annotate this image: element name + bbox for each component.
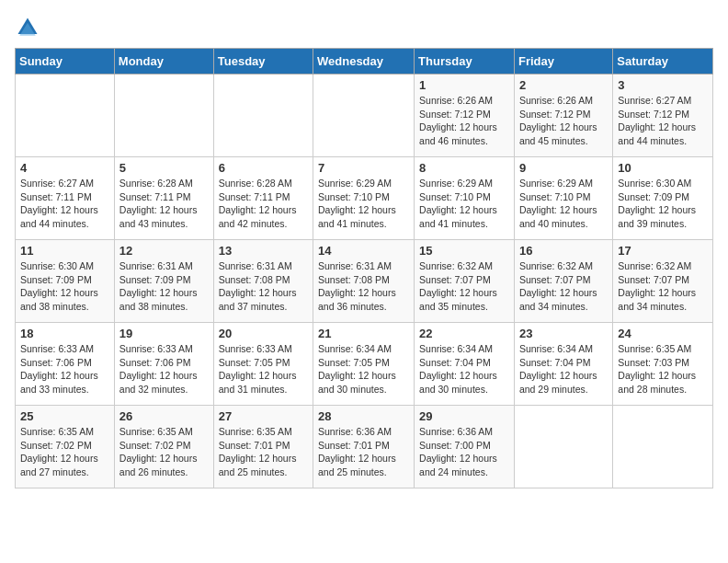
day-info: Sunrise: 6:35 AM Sunset: 7:02 PM Dayligh… bbox=[119, 425, 209, 479]
calendar-day-cell: 4Sunrise: 6:27 AM Sunset: 7:11 PM Daylig… bbox=[16, 157, 115, 240]
calendar-day-cell bbox=[313, 75, 415, 157]
day-info: Sunrise: 6:35 AM Sunset: 7:01 PM Dayligh… bbox=[219, 425, 308, 479]
calendar-table: SundayMondayTuesdayWednesdayThursdayFrid… bbox=[15, 48, 713, 488]
day-number: 26 bbox=[119, 409, 209, 423]
calendar-day-cell: 15Sunrise: 6:32 AM Sunset: 7:07 PM Dayli… bbox=[415, 240, 515, 323]
day-info: Sunrise: 6:31 AM Sunset: 7:09 PM Dayligh… bbox=[119, 259, 209, 314]
day-number: 16 bbox=[519, 244, 608, 258]
day-info: Sunrise: 6:26 AM Sunset: 7:12 PM Dayligh… bbox=[419, 94, 509, 148]
day-number: 9 bbox=[519, 161, 608, 175]
day-info: Sunrise: 6:29 AM Sunset: 7:10 PM Dayligh… bbox=[318, 177, 409, 231]
day-number: 22 bbox=[419, 327, 509, 340]
day-number: 6 bbox=[219, 161, 308, 175]
calendar-day-cell bbox=[514, 406, 612, 488]
day-of-week-header: Thursday bbox=[415, 49, 515, 75]
day-of-week-header: Saturday bbox=[613, 49, 713, 75]
calendar-day-cell: 14Sunrise: 6:31 AM Sunset: 7:08 PM Dayli… bbox=[313, 240, 415, 323]
calendar-week-row: 11Sunrise: 6:30 AM Sunset: 7:09 PM Dayli… bbox=[16, 240, 713, 323]
logo-icon bbox=[15, 15, 40, 40]
calendar-day-cell bbox=[16, 75, 115, 157]
day-info: Sunrise: 6:36 AM Sunset: 7:01 PM Dayligh… bbox=[318, 425, 409, 479]
day-number: 19 bbox=[119, 327, 209, 340]
day-info: Sunrise: 6:34 AM Sunset: 7:04 PM Dayligh… bbox=[419, 342, 509, 396]
calendar-day-cell: 13Sunrise: 6:31 AM Sunset: 7:08 PM Dayli… bbox=[213, 240, 313, 323]
calendar-day-cell: 18Sunrise: 6:33 AM Sunset: 7:06 PM Dayli… bbox=[16, 323, 115, 406]
calendar-day-cell: 17Sunrise: 6:32 AM Sunset: 7:07 PM Dayli… bbox=[613, 240, 713, 323]
day-number: 29 bbox=[419, 409, 509, 423]
calendar-day-cell: 20Sunrise: 6:33 AM Sunset: 7:05 PM Dayli… bbox=[213, 323, 313, 406]
calendar-week-row: 18Sunrise: 6:33 AM Sunset: 7:06 PM Dayli… bbox=[16, 323, 713, 406]
day-of-week-header: Wednesday bbox=[313, 49, 415, 75]
day-info: Sunrise: 6:31 AM Sunset: 7:08 PM Dayligh… bbox=[318, 259, 409, 314]
calendar-day-cell bbox=[213, 75, 313, 157]
day-of-week-header: Tuesday bbox=[213, 49, 313, 75]
day-number: 7 bbox=[318, 161, 409, 175]
calendar-day-cell: 2Sunrise: 6:26 AM Sunset: 7:12 PM Daylig… bbox=[514, 75, 612, 157]
day-info: Sunrise: 6:27 AM Sunset: 7:11 PM Dayligh… bbox=[20, 177, 109, 231]
calendar-day-cell: 23Sunrise: 6:34 AM Sunset: 7:04 PM Dayli… bbox=[514, 323, 612, 406]
day-number: 10 bbox=[618, 161, 708, 175]
day-info: Sunrise: 6:35 AM Sunset: 7:03 PM Dayligh… bbox=[618, 342, 708, 396]
day-number: 17 bbox=[618, 244, 708, 258]
calendar-day-cell: 5Sunrise: 6:28 AM Sunset: 7:11 PM Daylig… bbox=[114, 157, 213, 240]
day-info: Sunrise: 6:35 AM Sunset: 7:02 PM Dayligh… bbox=[20, 425, 109, 479]
calendar-day-cell: 7Sunrise: 6:29 AM Sunset: 7:10 PM Daylig… bbox=[313, 157, 415, 240]
day-number: 15 bbox=[419, 244, 509, 258]
calendar-day-cell: 25Sunrise: 6:35 AM Sunset: 7:02 PM Dayli… bbox=[16, 406, 115, 488]
day-number: 25 bbox=[20, 409, 109, 423]
day-info: Sunrise: 6:33 AM Sunset: 7:06 PM Dayligh… bbox=[20, 342, 109, 396]
calendar-day-cell: 29Sunrise: 6:36 AM Sunset: 7:00 PM Dayli… bbox=[415, 406, 515, 488]
day-number: 20 bbox=[219, 327, 308, 340]
calendar-day-cell: 10Sunrise: 6:30 AM Sunset: 7:09 PM Dayli… bbox=[613, 157, 713, 240]
day-number: 14 bbox=[318, 244, 409, 258]
calendar-day-cell: 9Sunrise: 6:29 AM Sunset: 7:10 PM Daylig… bbox=[514, 157, 612, 240]
calendar-day-cell: 12Sunrise: 6:31 AM Sunset: 7:09 PM Dayli… bbox=[114, 240, 213, 323]
calendar-day-cell: 6Sunrise: 6:28 AM Sunset: 7:11 PM Daylig… bbox=[213, 157, 313, 240]
calendar-day-cell: 26Sunrise: 6:35 AM Sunset: 7:02 PM Dayli… bbox=[114, 406, 213, 488]
calendar-week-row: 1Sunrise: 6:26 AM Sunset: 7:12 PM Daylig… bbox=[16, 75, 713, 157]
day-number: 24 bbox=[618, 327, 708, 340]
day-of-week-header: Friday bbox=[514, 49, 612, 75]
day-info: Sunrise: 6:30 AM Sunset: 7:09 PM Dayligh… bbox=[20, 259, 109, 314]
day-number: 4 bbox=[20, 161, 109, 175]
day-info: Sunrise: 6:34 AM Sunset: 7:04 PM Dayligh… bbox=[519, 342, 608, 396]
day-info: Sunrise: 6:36 AM Sunset: 7:00 PM Dayligh… bbox=[419, 425, 509, 479]
day-info: Sunrise: 6:33 AM Sunset: 7:05 PM Dayligh… bbox=[219, 342, 308, 396]
day-number: 12 bbox=[119, 244, 209, 258]
day-info: Sunrise: 6:31 AM Sunset: 7:08 PM Dayligh… bbox=[219, 259, 308, 314]
day-number: 8 bbox=[419, 161, 509, 175]
day-info: Sunrise: 6:32 AM Sunset: 7:07 PM Dayligh… bbox=[618, 259, 708, 314]
calendar-day-cell: 21Sunrise: 6:34 AM Sunset: 7:05 PM Dayli… bbox=[313, 323, 415, 406]
day-info: Sunrise: 6:33 AM Sunset: 7:06 PM Dayligh… bbox=[119, 342, 209, 396]
day-number: 18 bbox=[20, 327, 109, 340]
calendar-day-cell: 19Sunrise: 6:33 AM Sunset: 7:06 PM Dayli… bbox=[114, 323, 213, 406]
day-of-week-header: Sunday bbox=[16, 49, 115, 75]
day-info: Sunrise: 6:29 AM Sunset: 7:10 PM Dayligh… bbox=[519, 177, 608, 231]
day-number: 21 bbox=[318, 327, 409, 340]
day-number: 1 bbox=[419, 78, 509, 92]
day-number: 11 bbox=[20, 244, 109, 258]
calendar-day-cell bbox=[114, 75, 213, 157]
calendar-day-cell: 11Sunrise: 6:30 AM Sunset: 7:09 PM Dayli… bbox=[16, 240, 115, 323]
day-number: 13 bbox=[219, 244, 308, 258]
day-number: 3 bbox=[618, 78, 708, 92]
calendar-header-row: SundayMondayTuesdayWednesdayThursdayFrid… bbox=[16, 49, 713, 75]
day-info: Sunrise: 6:28 AM Sunset: 7:11 PM Dayligh… bbox=[119, 177, 209, 231]
day-info: Sunrise: 6:27 AM Sunset: 7:12 PM Dayligh… bbox=[618, 94, 708, 148]
day-info: Sunrise: 6:26 AM Sunset: 7:12 PM Dayligh… bbox=[519, 94, 608, 148]
calendar-day-cell: 3Sunrise: 6:27 AM Sunset: 7:12 PM Daylig… bbox=[613, 75, 713, 157]
calendar-week-row: 4Sunrise: 6:27 AM Sunset: 7:11 PM Daylig… bbox=[16, 157, 713, 240]
logo bbox=[15, 15, 44, 40]
day-info: Sunrise: 6:32 AM Sunset: 7:07 PM Dayligh… bbox=[519, 259, 608, 314]
calendar-day-cell: 28Sunrise: 6:36 AM Sunset: 7:01 PM Dayli… bbox=[313, 406, 415, 488]
day-number: 28 bbox=[318, 409, 409, 423]
calendar-day-cell: 8Sunrise: 6:29 AM Sunset: 7:10 PM Daylig… bbox=[415, 157, 515, 240]
calendar-day-cell: 27Sunrise: 6:35 AM Sunset: 7:01 PM Dayli… bbox=[213, 406, 313, 488]
day-info: Sunrise: 6:28 AM Sunset: 7:11 PM Dayligh… bbox=[219, 177, 308, 231]
day-number: 23 bbox=[519, 327, 608, 340]
day-info: Sunrise: 6:29 AM Sunset: 7:10 PM Dayligh… bbox=[419, 177, 509, 231]
page-header bbox=[15, 15, 713, 40]
calendar-day-cell: 24Sunrise: 6:35 AM Sunset: 7:03 PM Dayli… bbox=[613, 323, 713, 406]
calendar-week-row: 25Sunrise: 6:35 AM Sunset: 7:02 PM Dayli… bbox=[16, 406, 713, 488]
day-info: Sunrise: 6:32 AM Sunset: 7:07 PM Dayligh… bbox=[419, 259, 509, 314]
